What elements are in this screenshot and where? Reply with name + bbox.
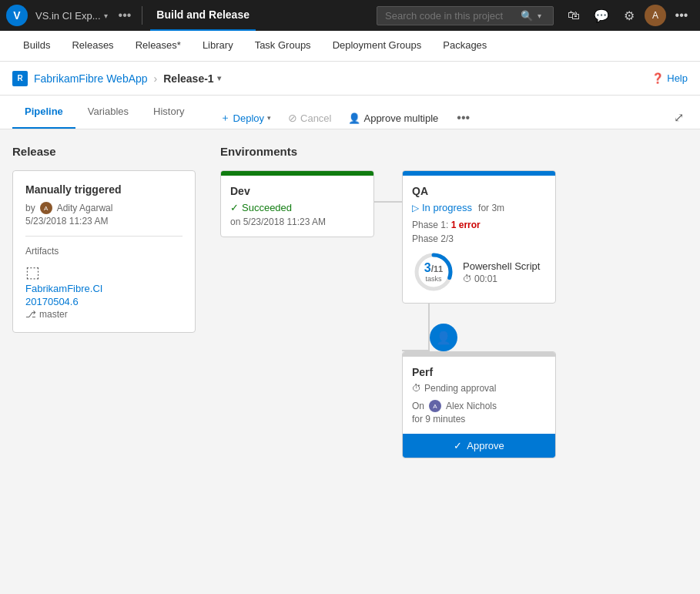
connector-line <box>374 201 402 203</box>
breadcrumb-dropdown-icon[interactable]: ▾ <box>217 74 221 82</box>
nav-task-groups[interactable]: Task Groups <box>244 31 322 62</box>
artifact-name[interactable]: FabrikamFibre.CI <box>25 283 183 294</box>
qa-script-info: Powershell Script ⏱ 00:01 <box>463 260 546 284</box>
play-icon: ▷ <box>412 203 419 213</box>
app-chevron-icon: ▾ <box>104 12 108 20</box>
qa-duration: for 3m <box>478 203 504 213</box>
release-divider <box>25 236 183 237</box>
approver-name: Alex Nichols <box>446 401 497 411</box>
tab-history[interactable]: History <box>141 95 196 129</box>
settings-icon[interactable]: ⚙ <box>617 3 641 28</box>
main-content: Release Manually triggered by A Adity Ag… <box>0 129 700 594</box>
release-by: by A Adity Agarwal <box>25 202 183 214</box>
release-card: Manually triggered by A Adity Agarwal 5/… <box>12 170 196 333</box>
release-panel: Release Manually triggered by A Adity Ag… <box>0 129 208 594</box>
basket-icon[interactable]: 🛍 <box>561 3 586 28</box>
clock-icon: ⏱ <box>463 274 472 284</box>
deploy-dropdown-icon[interactable]: ▾ <box>267 114 271 122</box>
tab-variables[interactable]: Variables <box>75 95 141 129</box>
top-bar: V VS.in CI Exp... ▾ ••• Build and Releas… <box>0 0 700 31</box>
qa-name: QA <box>412 185 546 197</box>
person-bubble-icon: 👤 <box>436 331 451 345</box>
search-dropdown-icon[interactable]: ▾ <box>538 12 541 20</box>
clock-pending-icon: ⏱ <box>412 383 421 394</box>
approver-avatar: A <box>429 400 441 412</box>
perf-status: ⏱ Pending approval <box>412 383 546 394</box>
app-selector[interactable]: VS.in CI Exp... ▾ <box>31 10 112 22</box>
nav-releases-star[interactable]: Releases* <box>125 31 192 62</box>
breadcrumb-current: Release-1 ▾ <box>163 72 220 85</box>
perf-card: Perf ⏱ Pending approval On A Alex Nichol… <box>402 351 556 458</box>
release-panel-title: Release <box>12 145 196 158</box>
tab-actions: ＋ Deploy ▾ ⊘ Cancel 👤 Approve multiple •… <box>213 107 477 129</box>
artifacts-label: Artifacts <box>25 246 183 257</box>
nav-releases[interactable]: Releases <box>61 31 124 62</box>
top-icons: 🛍 💬 ⚙ A ••• <box>561 3 694 28</box>
search-icon: 🔍 <box>521 10 533 22</box>
top-more-button[interactable]: ••• <box>116 8 135 22</box>
qa-script-time: ⏱ 00:01 <box>463 274 546 284</box>
artifact-version[interactable]: 20170504.6 <box>25 296 183 307</box>
nav-library[interactable]: Library <box>192 31 244 62</box>
nav-builds[interactable]: Builds <box>12 31 61 62</box>
approve-multiple-button[interactable]: 👤 Approve multiple <box>340 109 446 128</box>
cancel-button[interactable]: ⊘ Cancel <box>280 108 339 128</box>
deploy-plus-icon: ＋ <box>220 111 230 125</box>
qa-phase1: Phase 1: 1 error <box>412 220 546 230</box>
help-circle-icon: ❓ <box>651 72 664 84</box>
tab-pipeline[interactable]: Pipeline <box>12 95 75 129</box>
tab-bar: Pipeline Variables History ＋ Deploy ▾ ⊘ … <box>0 96 700 129</box>
on-label: On <box>412 401 424 411</box>
qa-phase2: Phase 2/3 <box>412 233 546 244</box>
breadcrumb-sep: › <box>154 72 158 85</box>
chat-icon[interactable]: 💬 <box>589 3 614 28</box>
breadcrumb-project[interactable]: FabrikamFibre WebApp <box>34 72 148 85</box>
avatar[interactable]: A <box>645 5 666 26</box>
qa-tasks-label: tasks <box>424 275 444 283</box>
v-connector <box>402 304 430 351</box>
qa-progress-num: 3/11 <box>424 261 444 275</box>
qa-progress-row: 3/11 tasks Powershell Script ⏱ 00:01 <box>412 250 546 294</box>
dev-name: Dev <box>230 185 364 197</box>
perf-card-body: Perf ⏱ Pending approval On A Alex Nichol… <box>403 357 555 434</box>
more-icon[interactable]: ••• <box>669 3 694 28</box>
qa-status: ▷ In progress for 3m <box>412 202 546 213</box>
dev-card-body: Dev ✓ Succeeded on 5/23/2018 11:23 AM <box>221 176 373 237</box>
by-label: by <box>25 203 35 213</box>
dev-date: on 5/23/2018 11:23 AM <box>230 216 364 227</box>
deploy-button[interactable]: ＋ Deploy ▾ <box>213 107 279 129</box>
nav-deployment-groups[interactable]: Deployment Groups <box>322 31 433 62</box>
top-active-tab[interactable]: Build and Release <box>150 0 256 31</box>
person-icon: 👤 <box>348 112 360 124</box>
top-divider <box>142 6 142 25</box>
nav-packages[interactable]: Packages <box>432 31 497 62</box>
expand-button[interactable]: ⤢ <box>670 106 688 129</box>
branch-icon: ⎇ <box>25 309 36 320</box>
qa-circle: 3/11 tasks <box>412 250 455 294</box>
qa-card-body: QA ▷ In progress for 3m Phase 1: 1 error… <box>403 176 555 303</box>
app-logo: V <box>6 5 28 26</box>
dev-qa-connector <box>374 201 402 203</box>
v-line <box>428 304 430 350</box>
environments-title: Environments <box>220 145 688 158</box>
release-date: 5/23/2018 11:23 AM <box>25 216 183 227</box>
help-button[interactable]: ❓ Help <box>651 72 688 84</box>
second-nav: Builds Releases Releases* Library Task G… <box>0 31 700 62</box>
search-bar[interactable]: 🔍 ▾ <box>377 6 554 25</box>
search-input[interactable] <box>385 10 516 22</box>
qa-card: QA ▷ In progress for 3m Phase 1: 1 error… <box>402 170 556 304</box>
right-env-col: QA ▷ In progress for 3m Phase 1: 1 error… <box>402 170 556 458</box>
dev-card: Dev ✓ Succeeded on 5/23/2018 11:23 AM <box>220 170 374 237</box>
approve-check-icon: ✓ <box>454 440 462 451</box>
project-icon: R <box>12 71 28 86</box>
approve-button[interactable]: ✓ Approve <box>403 434 555 458</box>
tab-more-button[interactable]: ••• <box>450 107 476 129</box>
artifact-branch: ⎇ master <box>25 309 183 320</box>
qa-circle-text: 3/11 tasks <box>424 261 444 283</box>
perf-duration: for 9 minutes <box>412 414 546 425</box>
qa-script-name: Powershell Script <box>463 260 546 272</box>
check-icon: ✓ <box>230 202 239 213</box>
approval-person-icon: 👤 <box>430 324 457 351</box>
breadcrumb-bar: R FabrikamFibre WebApp › Release-1 ▾ ❓ H… <box>0 62 700 96</box>
author-avatar: A <box>40 202 52 214</box>
